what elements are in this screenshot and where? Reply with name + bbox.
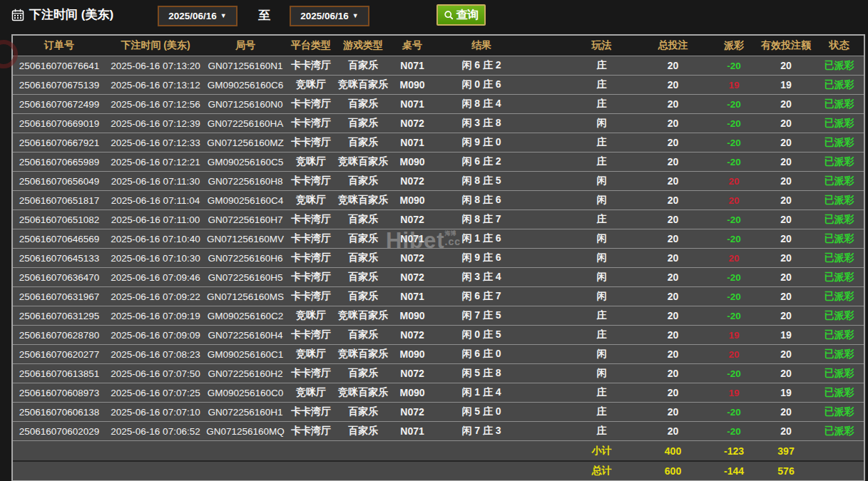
game-type: 竞咪百家乐: [337, 78, 389, 91]
round-number: GN072256160H8: [205, 176, 285, 187]
platform-type: 竞咪厅: [285, 386, 337, 399]
platform-type: 竞咪厅: [285, 348, 337, 361]
date-from-picker[interactable]: 2025/06/16 ▼: [158, 6, 238, 26]
header-col-8: 玩法: [568, 39, 635, 52]
valid-bet: 20: [757, 195, 815, 206]
result: 闲 5 庄 0: [435, 405, 528, 418]
round-number: GM090256160C4: [205, 195, 285, 206]
status-badge: 已派彩: [815, 213, 864, 226]
bet-time: 2025-06-16 07:10:30: [106, 253, 205, 264]
table-row: 2506160706679212025-06-16 07:12:33GN0712…: [13, 133, 864, 152]
table-row: 2506160706724992025-06-16 07:12:56GN0712…: [13, 95, 864, 114]
total-bet: 20: [635, 214, 710, 225]
bet-side: 庄: [568, 425, 635, 438]
total-bet: 20: [635, 252, 710, 264]
payout: -20: [710, 407, 757, 418]
bet-time: 2025-06-16 07:06:52: [106, 426, 205, 437]
bet-time: 2025-06-16 07:07:50: [106, 368, 205, 379]
order-number: 250616070631295: [13, 311, 106, 321]
platform-type: 卡卡湾厅: [285, 367, 337, 380]
status-badge: 已派彩: [815, 155, 864, 168]
date-to-picker[interactable]: 2025/06/16 ▼: [290, 6, 369, 26]
game-type: 竞咪百家乐: [337, 309, 389, 322]
round-number: GM090256160C2: [205, 311, 285, 321]
table-number: N072: [389, 329, 435, 341]
order-number: 250616070608973: [13, 388, 106, 398]
table-number: N072: [389, 368, 435, 379]
status-badge: 已派彩: [815, 59, 864, 72]
round-number: GN072256160H4: [205, 330, 285, 341]
game-type: 百家乐: [337, 59, 389, 72]
valid-bet: 20: [757, 252, 815, 264]
bet-side: 庄: [568, 78, 635, 91]
total-bet: 20: [635, 271, 710, 283]
game-type: 百家乐: [337, 252, 389, 264]
payout: 20: [710, 176, 757, 187]
bet-side: 庄: [568, 386, 635, 399]
valid-bet: 20: [757, 98, 815, 110]
bet-time: 2025-06-16 07:11:00: [106, 214, 205, 225]
status-badge: 已派彩: [815, 232, 864, 245]
table-row: 2506160706659892025-06-16 07:12:21GM0902…: [13, 152, 864, 172]
round-number: GN072256160H7: [205, 214, 285, 225]
total-bet: 20: [635, 233, 710, 244]
header-col-2: 局号: [205, 39, 285, 52]
valid-bet: 20: [757, 425, 815, 437]
header-col-3: 平台类型: [285, 39, 337, 52]
total-bet: 20: [635, 98, 710, 110]
query-button[interactable]: 查询: [436, 4, 486, 26]
platform-type: 卡卡湾厅: [285, 405, 337, 418]
subtotal-payout: -123: [710, 445, 757, 457]
table-row: 2506160706020292025-06-16 07:06:52GN0712…: [13, 422, 864, 441]
bet-side: 闲: [568, 252, 635, 264]
status-badge: 已派彩: [815, 271, 864, 284]
platform-type: 卡卡湾厅: [285, 290, 337, 303]
result: 闲 0 庄 6: [435, 78, 528, 91]
result: 闲 8 庄 5: [435, 175, 528, 187]
valid-bet: 20: [757, 214, 815, 225]
order-number: 250616070651082: [13, 214, 106, 225]
calendar-icon: [11, 9, 24, 21]
result: 闲 1 庄 4: [435, 386, 528, 399]
table-number: M090: [389, 79, 435, 90]
total-bet: 20: [635, 156, 710, 167]
round-number: GN071256160MV: [205, 234, 285, 244]
round-number: GN071256160MQ: [205, 426, 285, 437]
bet-time-label: 下注时间 (美东): [11, 6, 113, 23]
game-type: 百家乐: [337, 405, 389, 418]
order-number: 250616070665989: [13, 157, 106, 167]
round-number: GM090256160C0: [205, 388, 285, 398]
game-type: 百家乐: [337, 232, 389, 245]
valid-bet: 20: [757, 175, 815, 187]
order-number: 250616070631967: [13, 291, 106, 302]
header-col-5: 桌号: [389, 39, 435, 52]
platform-type: 卡卡湾厅: [285, 271, 337, 284]
bet-side: 闲: [568, 367, 635, 380]
round-number: GN072256160H5: [205, 272, 285, 283]
payout: -20: [710, 214, 757, 225]
bet-time: 2025-06-16 07:09:46: [106, 272, 205, 283]
payout: -20: [710, 99, 757, 110]
bet-time: 2025-06-16 07:13:12: [106, 80, 205, 90]
round-number: GM090256160C1: [205, 349, 285, 360]
header-col-11: 有效投注额: [757, 39, 815, 52]
platform-type: 卡卡湾厅: [285, 425, 337, 438]
table-number: N071: [389, 291, 435, 302]
payout: 19: [710, 330, 757, 341]
platform-type: 卡卡湾厅: [285, 59, 337, 72]
date-to-value: 2025/06/16: [300, 11, 349, 21]
bet-side: 庄: [568, 136, 635, 149]
status-badge: 已派彩: [815, 194, 864, 207]
status-badge: 已派彩: [815, 136, 864, 149]
valid-bet: 20: [757, 310, 815, 321]
round-number: GN071256160MS: [205, 291, 285, 302]
table-number: N072: [389, 118, 435, 129]
payout: -20: [710, 311, 757, 321]
result: 闲 1 庄 6: [435, 232, 528, 245]
bet-time: 2025-06-16 07:11:04: [106, 195, 205, 206]
status-badge: 已派彩: [815, 386, 864, 399]
chevron-down-icon: ▼: [352, 13, 359, 19]
total-bet: 20: [635, 79, 710, 90]
order-number: 250616070636470: [13, 272, 106, 283]
order-number: 250616070606138: [13, 407, 106, 418]
